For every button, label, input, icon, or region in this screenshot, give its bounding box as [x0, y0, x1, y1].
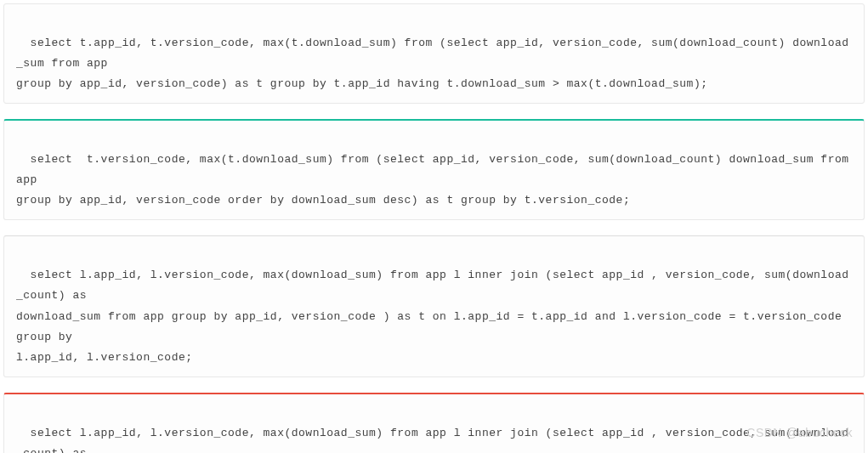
- code-text: select l.app_id, l.version_code, max(dow…: [16, 269, 849, 363]
- code-text: select t.version_code, max(t.download_su…: [16, 153, 856, 207]
- code-block-4: select l.app_id, l.version_code, max(dow…: [3, 393, 865, 453]
- code-block-2: select t.version_code, max(t.download_su…: [3, 119, 865, 220]
- code-block-3: select l.app_id, l.version_code, max(dow…: [3, 235, 865, 377]
- code-text: select t.app_id, t.version_code, max(t.d…: [16, 37, 849, 90]
- code-block-1: select t.app_id, t.version_code, max(t.d…: [3, 3, 865, 104]
- code-text: select l.app_id, l.version_code, max(dow…: [16, 427, 849, 453]
